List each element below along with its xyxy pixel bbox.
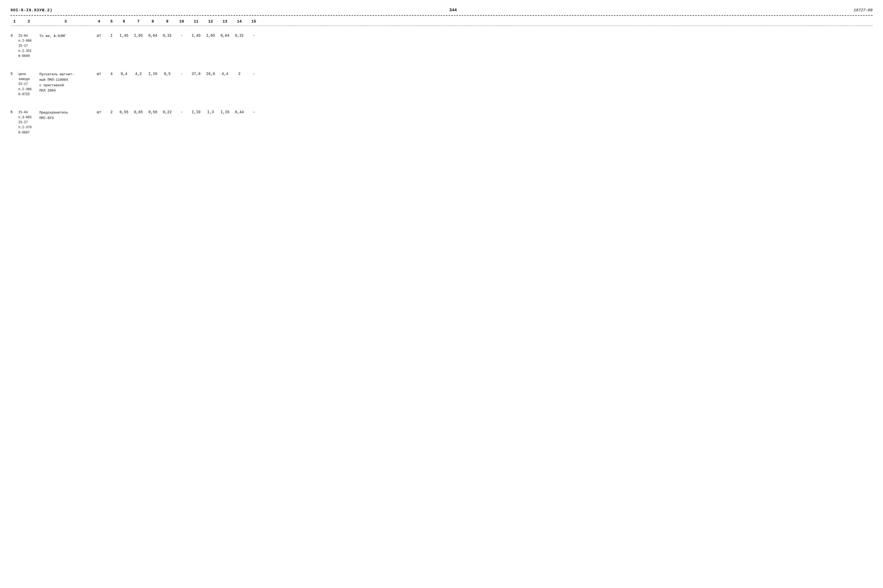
row-description: То же, А-63МГ — [39, 33, 92, 39]
col-header-4: 4 — [92, 20, 106, 24]
row-v10: - — [174, 110, 189, 114]
row-v6: 9,4 — [117, 72, 131, 76]
row-v8: 0,58 — [146, 110, 160, 114]
header-right: 18727-09 — [854, 8, 872, 13]
row-v14: 0,44 — [232, 110, 247, 114]
col-header-2: 2 — [18, 20, 39, 24]
page-header: 9ОI-8-I0.83УШ.2) 344 18727-09 — [11, 8, 872, 13]
col-header-13: 13 — [218, 20, 232, 24]
row-code: I5-04 п.3-065 I5-I7 п.I-379 8-6687 — [18, 110, 39, 135]
row-unit: шт — [92, 72, 106, 76]
col-header-9: 9 — [160, 20, 174, 24]
row-v11: 37,6 — [189, 72, 203, 76]
row-description: Предохранитель ПРС-6У3 — [39, 110, 92, 121]
row-v9: 0,5 — [160, 72, 174, 76]
data-rows-container: 4 I5-04 п.I-006 I5-17 п.I-35I 8-6699 То … — [11, 31, 872, 138]
row-qty: 2 — [106, 110, 117, 114]
row-num: 4 — [11, 33, 18, 38]
row-v15: - — [247, 72, 261, 76]
row-description: Пускатель магнит- ный ПМЛ-110004 с прист… — [39, 72, 92, 94]
header-center: 344 — [449, 8, 457, 13]
row-v11: I,I0 — [189, 110, 203, 114]
row-num: 6 — [11, 110, 18, 114]
row-qty: I — [106, 33, 117, 38]
row-num: 5 — [11, 72, 18, 76]
row-qty: 4 — [106, 72, 117, 76]
row-code: I5-04 п.I-006 I5-17 п.I-35I 8-6699 — [18, 33, 39, 59]
row-unit: шт — [92, 33, 106, 38]
top-dashed-line — [11, 15, 872, 16]
col-header-11: 11 — [189, 20, 203, 24]
row-v6: I,45 — [117, 33, 131, 38]
row-v14: 2 — [232, 72, 247, 76]
row-v10: - — [174, 33, 189, 38]
col-header-10: 10 — [174, 20, 189, 24]
col-header-1: 1 — [11, 20, 18, 24]
row-unit: шт — [92, 110, 106, 114]
row-v12: I6,8 — [203, 72, 218, 76]
row-v12: I,3 — [203, 110, 218, 114]
col-header-15: 15 — [247, 20, 261, 24]
col-header-12: 12 — [203, 20, 218, 24]
col-header-6: 6 — [117, 20, 131, 24]
header-left: 9ОI-8-I0.83УШ.2) — [11, 8, 53, 13]
row-v7: 0,65 — [131, 110, 146, 114]
col-header-7: 7 — [131, 20, 146, 24]
row-v7: 4,2 — [131, 72, 146, 76]
row-v9: 0,3I — [160, 33, 174, 38]
row-v9: 0,22 — [160, 110, 174, 114]
table-row: 5 цена завода I5-17 п.I-386 8-6725 Пуска… — [11, 69, 872, 100]
col-header-5: 5 — [106, 20, 117, 24]
col-header-14: 14 — [232, 20, 247, 24]
row-v12: I,05 — [203, 33, 218, 38]
row-v10: - — [174, 72, 189, 76]
table-row: 4 I5-04 п.I-006 I5-17 п.I-35I 8-6699 То … — [11, 31, 872, 62]
row-v11: I,45 — [189, 33, 203, 38]
row-v13: 4,4 — [218, 72, 232, 76]
table-row: 6 I5-04 п.3-065 I5-I7 п.I-379 8-6687 Пре… — [11, 108, 872, 138]
row-v14: 0,3I — [232, 33, 247, 38]
row-v6: 0,55 — [117, 110, 131, 114]
row-v13: 0,64 — [218, 33, 232, 38]
row-v13: I,I6 — [218, 110, 232, 114]
row-v15: - — [247, 110, 261, 114]
row-v8: 0,64 — [146, 33, 160, 38]
col-header-8: 8 — [146, 20, 160, 24]
row-v15: - — [247, 33, 261, 38]
row-code: цена завода I5-17 п.I-386 8-6725 — [18, 72, 39, 97]
col-header-3: 3 — [39, 20, 92, 24]
column-headers: 1 2 3 4 5 6 7 8 9 10 11 12 13 14 15 — [11, 18, 872, 26]
row-v8: I,I0 — [146, 72, 160, 76]
row-v7: I,05 — [131, 33, 146, 38]
